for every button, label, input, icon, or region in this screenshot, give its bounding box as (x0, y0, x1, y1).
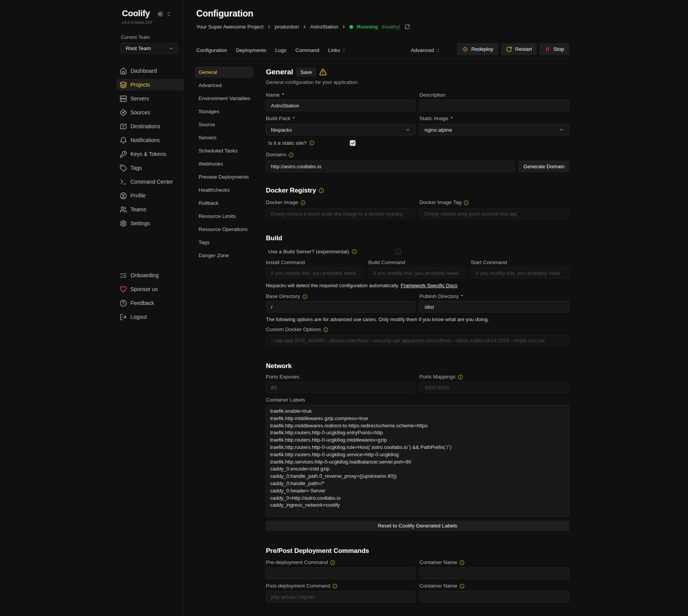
static-site-checkbox[interactable] (350, 140, 356, 146)
tab-logs[interactable]: Logs (275, 47, 286, 53)
container-labels-textarea[interactable]: traefik.enable=true traefik.http.middlew… (266, 405, 569, 516)
sidebar-item-settings[interactable]: Settings (117, 218, 184, 229)
app-logo[interactable]: Coolify (122, 8, 150, 18)
start-command-input[interactable]: If you modify this, you probably need (471, 268, 569, 278)
info-icon (352, 249, 357, 254)
description-label: Description (419, 92, 569, 98)
install-command-input[interactable]: If you modify this, you probably need (266, 268, 364, 278)
theme-selector-icon[interactable] (166, 11, 171, 17)
chevron-right-icon (302, 25, 307, 29)
post-deployment-command-input[interactable]: php artisan migrate (266, 591, 416, 603)
tab-configuration[interactable]: Configuration (196, 47, 227, 53)
tag-icon (119, 164, 127, 172)
refresh-icon[interactable] (404, 24, 410, 30)
restart-button[interactable]: Restart (501, 43, 537, 55)
sidebar-item-teams[interactable]: Teams (117, 204, 184, 215)
team-select[interactable]: Root Team (120, 43, 178, 54)
tab-deployments[interactable]: Deployments (236, 47, 266, 53)
sidebar-item-projects[interactable]: Projects (117, 79, 184, 90)
nixpacks-note: Nixpacks will detect the required config… (266, 283, 569, 288)
subnav-item-advanced[interactable]: Advanced (195, 80, 253, 91)
sidebar-item-sources[interactable]: Sources (117, 107, 184, 118)
sidebar-item-feedback[interactable]: Feedback (117, 297, 184, 309)
reset-labels-button[interactable]: Reset to Coolify Generated Labels (266, 521, 569, 531)
subnav-item-general[interactable]: General (195, 67, 253, 78)
git-icon (119, 109, 127, 116)
info-icon (332, 584, 337, 589)
custom-docker-options-input[interactable]: --cap-add SYS_ADMIN --device=/dev/fuse -… (266, 335, 569, 346)
subnav-item-healthchecks[interactable]: Healthchecks (195, 184, 253, 196)
publish-directory-input[interactable]: /dist (419, 301, 569, 313)
section-subtitle: General configuration for your applicati… (266, 80, 569, 85)
config-subnav: General Advanced Environment Variables S… (195, 67, 253, 263)
pre-container-name-input[interactable] (419, 567, 569, 579)
install-command-label: Install Command (266, 260, 364, 265)
subnav-item-preview-deployments[interactable]: Preview Deployments (195, 171, 253, 182)
build-server-checkbox[interactable] (396, 249, 401, 254)
description-input[interactable] (419, 100, 569, 111)
main-content: Configuration Your Super Awesome Project… (184, 0, 688, 616)
section-title-build: Build (266, 235, 569, 242)
post-container-name-input[interactable] (419, 591, 569, 603)
build-command-input[interactable]: If you modify this, you probably need (368, 268, 467, 278)
sidebar-item-notifications[interactable]: Notifications (117, 134, 184, 146)
ports-mappings-input[interactable]: 3000:3000 (419, 382, 569, 393)
sidebar-item-logout[interactable]: Logout (117, 311, 184, 323)
help-circle-icon (119, 299, 127, 307)
sidebar-item-onboarding[interactable]: Onboarding (117, 270, 184, 281)
breadcrumb-project[interactable]: Your Super Awesome Project (196, 24, 264, 30)
sidebar-item-destinations[interactable]: Destinations (117, 121, 184, 132)
sidebar-item-tags[interactable]: Tags (117, 162, 184, 174)
stop-button[interactable]: Stop (539, 43, 569, 55)
chevrons-up-down-icon (436, 48, 440, 53)
subnav-item-tags[interactable]: Tags (195, 237, 253, 248)
base-directory-input[interactable]: / (266, 301, 416, 313)
heart-icon (119, 285, 127, 293)
advanced-dropdown[interactable]: Advanced (411, 47, 440, 53)
sidebar-item-servers[interactable]: Servers (117, 93, 184, 104)
redeploy-button[interactable]: Redeploy (457, 43, 498, 55)
sidebar-item-profile[interactable]: Profile (117, 190, 184, 201)
docker-image-tag-input[interactable]: Empty means only push commit sha tag. (419, 208, 569, 219)
sidebar-item-keys-tokens[interactable]: Keys & Tokens (117, 148, 184, 160)
tab-links[interactable]: Links (328, 47, 347, 53)
sidebar-footer-nav: Onboarding Sponsor us Feedback Logout (117, 270, 184, 325)
save-button[interactable]: Save (296, 67, 316, 77)
breadcrumb-environment[interactable]: production (275, 24, 299, 30)
redeploy-icon (462, 46, 468, 52)
ports-exposes-input[interactable]: 80 (266, 382, 416, 393)
breadcrumb: Your Super Awesome Project production As… (196, 24, 410, 30)
sidebar-item-command-center[interactable]: Command Center (117, 176, 184, 187)
subnav-item-storages[interactable]: Storages (195, 106, 253, 117)
breadcrumb-application[interactable]: AstroStation (310, 24, 339, 30)
pre-deployment-command-input[interactable] (266, 567, 416, 579)
chevron-right-icon (267, 25, 271, 29)
sidebar-nav: Dashboard Projects Servers Sources Desti… (117, 65, 184, 231)
subnav-item-source[interactable]: Source (195, 119, 253, 130)
sidebar-item-sponsor[interactable]: Sponsor us (117, 283, 184, 295)
name-input[interactable]: AstroStation (266, 100, 416, 111)
docker-image-input[interactable]: Empty means it won't push the image to a… (266, 208, 416, 219)
tab-command[interactable]: Command (295, 47, 319, 53)
framework-docs-link[interactable]: Framework Specific Docs (401, 283, 457, 288)
docker-image-label: Docker Image (266, 200, 416, 205)
subnav-item-webhooks[interactable]: Webhooks (195, 158, 253, 169)
warning-icon (319, 68, 327, 76)
gear-icon (119, 219, 127, 227)
build-pack-select[interactable]: Nixpacks (266, 124, 416, 136)
subnav-item-environment-variables[interactable]: Environment Variables (195, 93, 253, 104)
subnav-item-danger-zone[interactable]: Danger Zone (195, 250, 253, 261)
chevron-down-icon (559, 127, 564, 132)
theme-toggle-icon[interactable] (157, 11, 164, 17)
subnav-item-servers[interactable]: Servers (195, 132, 253, 143)
subnav-item-resource-operations[interactable]: Resource Operations (195, 224, 253, 235)
checklist-icon (119, 271, 127, 279)
subnav-item-scheduled-tasks[interactable]: Scheduled Tasks (195, 145, 253, 156)
subnav-item-resource-limits[interactable]: Resource Limits (195, 211, 253, 222)
sidebar-item-dashboard[interactable]: Dashboard (117, 65, 184, 77)
domains-input[interactable]: http://astro.coollabs.io (266, 161, 515, 172)
generate-domain-button[interactable]: Generate Domain (519, 161, 569, 172)
subnav-item-rollback[interactable]: Rollback (195, 198, 253, 209)
section-title-general: General (266, 68, 293, 76)
static-image-select[interactable]: nginx:alpine (419, 124, 569, 136)
